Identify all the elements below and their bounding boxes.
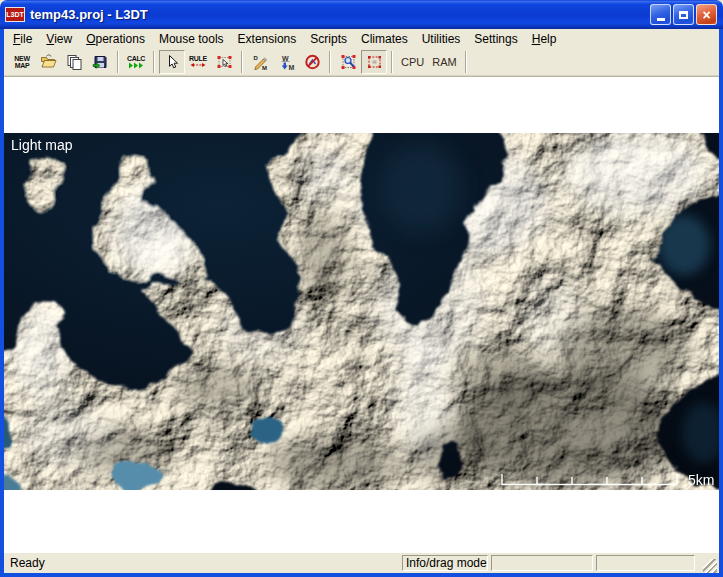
calc-arrows-icon: [128, 62, 144, 69]
cpu-monitor-button[interactable]: CPU: [397, 50, 428, 74]
ram-monitor-label: RAM: [429, 56, 459, 68]
select-region-icon: [216, 54, 233, 70]
svg-text:M: M: [262, 64, 267, 70]
pointer-tool-button[interactable]: [159, 50, 185, 74]
calc-button[interactable]: CALC: [123, 50, 149, 74]
app-window: L3DT temp43.proj - L3DT × FileViewOperat…: [0, 0, 723, 577]
menu-scripts[interactable]: Scripts: [303, 31, 354, 47]
maximize-button[interactable]: [673, 4, 694, 25]
status-panel-mode: Info/drag mode: [402, 555, 488, 571]
draw-map-tool-button[interactable]: DM: [247, 50, 273, 74]
menu-file[interactable]: File: [6, 31, 39, 47]
no-entry-icon: [304, 54, 321, 70]
new-map-button[interactable]: NEWMAP: [9, 50, 35, 74]
map-overlay-label: Light map: [11, 137, 72, 153]
terrain-lightmap-image: [4, 133, 719, 490]
folder-open-icon: [40, 54, 57, 70]
svg-text:M: M: [288, 63, 294, 70]
red-dashed-box-icon: [366, 54, 383, 70]
toolbar-separator: [153, 51, 155, 73]
map-scale-bar: 5km: [497, 473, 714, 487]
status-panel-3: [596, 555, 695, 571]
wm-arrow-icon: WM: [278, 54, 295, 70]
pointer-icon: [164, 54, 181, 70]
save-icon: [92, 54, 109, 70]
pencil-dm-icon: DM: [252, 54, 269, 70]
app-icon: L3DT: [5, 7, 25, 22]
scale-label: 5km: [688, 474, 714, 487]
menu-extensions[interactable]: Extensions: [231, 31, 304, 47]
resize-grip-icon[interactable]: [703, 559, 717, 573]
ram-monitor-button[interactable]: RAM: [428, 50, 460, 74]
save-button[interactable]: [87, 50, 113, 74]
wm-tool-button[interactable]: WM: [273, 50, 299, 74]
toolbar-separator: [117, 51, 119, 73]
menu-help[interactable]: Help: [525, 31, 564, 47]
new-map-label: MAP: [15, 62, 30, 69]
status-panel-2: [491, 555, 593, 571]
minimize-button[interactable]: [650, 4, 671, 25]
window-frame: FileViewOperationsMouse toolsExtensionsS…: [0, 29, 723, 577]
window-title: temp43.proj - L3DT: [30, 7, 148, 22]
toolbar-separator: [465, 51, 467, 73]
svg-text:D: D: [253, 55, 258, 61]
disable-tool-button[interactable]: [299, 50, 325, 74]
ruler-arrow-icon: [190, 62, 206, 68]
view-extents-button[interactable]: [361, 50, 387, 74]
svg-text:W: W: [282, 55, 289, 62]
toolbar-separator: [391, 51, 393, 73]
select-region-tool-button[interactable]: [211, 50, 237, 74]
map-canvas[interactable]: Light map 5km: [4, 133, 719, 490]
copy-icon: [66, 54, 83, 70]
cpu-monitor-label: CPU: [398, 56, 427, 68]
ruler-tool-button[interactable]: RULE: [185, 50, 211, 74]
title-bar[interactable]: L3DT temp43.proj - L3DT ×: [0, 0, 723, 29]
menu-utilities[interactable]: Utilities: [415, 31, 468, 47]
mode-text: Info/drag mode: [406, 556, 487, 570]
menu-bar: FileViewOperationsMouse toolsExtensionsS…: [4, 29, 719, 48]
open-project-button[interactable]: [35, 50, 61, 74]
calc-label: CALC: [127, 55, 145, 62]
copy-button[interactable]: [61, 50, 87, 74]
toolbar-separator: [241, 51, 243, 73]
menu-view[interactable]: View: [39, 31, 79, 47]
scale-bar-ticks: [497, 473, 683, 487]
ruler-tool-label: RULE: [189, 55, 207, 62]
client-area: Light map 5km: [4, 76, 719, 553]
new-map-label: NEW: [14, 55, 29, 62]
toolbar-separator: [329, 51, 331, 73]
status-bar: Ready Info/drag mode: [4, 553, 719, 573]
toolbar: NEWMAPCALCRULEDMWMCPURAM: [4, 48, 719, 76]
menu-operations[interactable]: Operations: [79, 31, 152, 47]
menu-settings[interactable]: Settings: [467, 31, 524, 47]
zoom-region-tool-button[interactable]: [335, 50, 361, 74]
status-message: Ready: [6, 556, 399, 570]
menu-climates[interactable]: Climates: [354, 31, 415, 47]
zoom-region-icon: [340, 54, 357, 70]
close-button[interactable]: ×: [696, 4, 717, 25]
menu-mouse-tools[interactable]: Mouse tools: [152, 31, 231, 47]
window-controls: ×: [650, 4, 717, 25]
